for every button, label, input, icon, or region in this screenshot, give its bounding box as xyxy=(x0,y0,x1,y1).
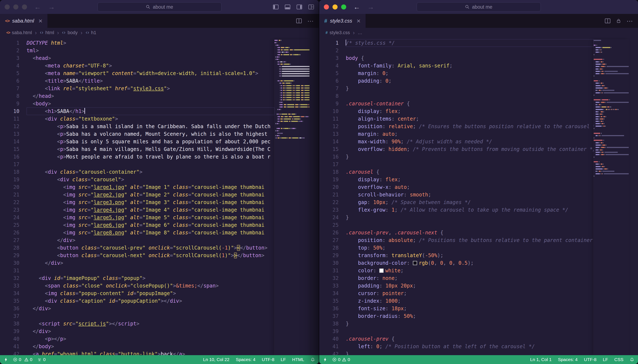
encoding[interactable]: UTF-8 xyxy=(584,357,597,362)
tab-label: style3.css xyxy=(330,18,352,24)
line-number: 19 xyxy=(0,176,27,183)
minimize-window-button[interactable] xyxy=(333,4,338,10)
encoding[interactable]: UTF-8 xyxy=(262,357,274,362)
breadcrumb-file[interactable]: # style3.css xyxy=(326,30,350,36)
close-window-button[interactable] xyxy=(5,4,10,10)
breadcrumb-symbol-h1[interactable]: h1 xyxy=(86,30,96,36)
color-swatch[interactable] xyxy=(413,261,417,265)
code-line: 27 </div> xyxy=(0,236,319,244)
tab-style3-css[interactable]: # style3.css × xyxy=(319,14,366,28)
split-editor-icon[interactable] xyxy=(605,18,610,24)
code-line: 7 <link rel="stylesheet" href="style3.cs… xyxy=(0,85,319,92)
code-line: 13 <p>Saba has a volcano named, Mount Sc… xyxy=(0,130,319,138)
line-number: 9 xyxy=(0,100,27,108)
breadcrumb-file[interactable]: <> saba.html xyxy=(6,30,32,36)
color-swatch[interactable] xyxy=(379,268,384,273)
text-cursor xyxy=(84,108,85,114)
zoom-window-button[interactable] xyxy=(341,4,346,10)
editor-style3-css[interactable]: 1/* styles.css */23body {4 font-family: … xyxy=(319,38,638,355)
breadcrumb-ellipsis[interactable]: … xyxy=(358,30,362,36)
vscode-window-style3-css: ← → about me # style3.css × ⋯ # style3.c… xyxy=(319,0,638,364)
minimap[interactable] xyxy=(594,39,629,355)
zoom-window-button[interactable] xyxy=(22,4,27,10)
split-editor-icon[interactable] xyxy=(296,18,302,24)
remote-indicator-icon[interactable] xyxy=(323,357,327,362)
notifications-bell-icon[interactable] xyxy=(310,358,315,362)
code-line: 16} xyxy=(319,153,638,160)
remote-indicator-icon[interactable] xyxy=(4,357,8,362)
line-number: 22 xyxy=(319,198,346,206)
problems-indicator[interactable]: 0 0 xyxy=(13,357,32,362)
breadcrumbs: # style3.css › … xyxy=(319,28,638,38)
code-line: 30 background-color: rgb(0, 0, 0, 0.5); xyxy=(319,259,638,267)
editor-actions: ⋯ xyxy=(605,14,633,28)
tab-label: saba.html xyxy=(12,18,34,24)
forward-icon[interactable]: → xyxy=(48,3,55,11)
line-number: 12 xyxy=(319,123,346,130)
language-mode[interactable]: HTML xyxy=(292,357,304,362)
line-number: 28 xyxy=(0,244,27,252)
breadcrumb-separator: › xyxy=(353,30,355,36)
line-number: 13 xyxy=(319,130,346,138)
editor-saba-html[interactable]: 1DOCTYPE html>2tml>3 <head>4 <meta chars… xyxy=(0,38,319,355)
line-number: 8 xyxy=(319,92,346,100)
code-line: 23 flex-grow: 1; /* Allow the carousel t… xyxy=(319,206,638,214)
language-mode[interactable]: CSS xyxy=(614,357,623,362)
code-line: 5 <meta name="viewport" content="width=d… xyxy=(0,70,319,77)
more-actions-icon[interactable]: ⋯ xyxy=(307,17,314,25)
code-line: 18 <div class="carousel-container"> xyxy=(0,168,319,176)
line-number: 26 xyxy=(0,229,27,236)
html-file-icon: <> xyxy=(5,18,10,24)
indentation[interactable]: Spaces: 4 xyxy=(558,357,577,362)
breadcrumb-symbol-html[interactable]: html xyxy=(40,30,54,36)
code-line: 42} xyxy=(319,350,638,355)
toggle-secondary-sidebar-icon[interactable] xyxy=(296,4,302,10)
code-line: 11 align-items: center; xyxy=(319,115,638,123)
vscode-window-saba-html: ← → about me <> saba.html × ⋯ <> saba.ht… xyxy=(0,0,319,364)
error-icon xyxy=(13,358,17,362)
close-window-button[interactable] xyxy=(324,4,329,10)
code-line: 14 <p>Saba is only 5 square miles and ha… xyxy=(0,138,319,146)
eol-sequence[interactable]: LF xyxy=(603,357,608,362)
breadcrumb-separator: › xyxy=(57,30,60,36)
line-number: 10 xyxy=(319,108,346,115)
code-line: 12 position: relative; /* Ensures the bu… xyxy=(319,123,638,130)
close-tab-icon[interactable]: × xyxy=(357,18,361,24)
code-line: 42 <a href="whoami.html" class="button-l… xyxy=(0,350,319,355)
minimize-window-button[interactable] xyxy=(13,4,18,10)
code-line: 2tml> xyxy=(0,47,319,54)
back-icon[interactable]: ← xyxy=(353,3,360,11)
eol-sequence[interactable]: LF xyxy=(281,357,286,362)
error-count: 0 xyxy=(338,357,341,362)
command-center-search[interactable]: about me xyxy=(417,2,541,12)
code-line: 15 <p>Saba has 4 main villages, Hells Ga… xyxy=(0,146,319,153)
more-actions-icon[interactable]: ⋯ xyxy=(626,17,633,25)
cursor-position[interactable]: Ln 10, Col 22 xyxy=(203,357,229,362)
code-line: 31 xyxy=(0,267,319,274)
problems-indicator[interactable]: 0 0 xyxy=(332,357,350,362)
indentation[interactable]: Spaces: 4 xyxy=(236,357,255,362)
ports-indicator[interactable]: 0 xyxy=(37,357,46,362)
command-center-search[interactable]: about me xyxy=(98,2,221,12)
minimap[interactable] xyxy=(274,39,309,355)
code-area[interactable]: 1/* styles.css */23body {4 font-family: … xyxy=(319,39,638,355)
code-area[interactable]: 1DOCTYPE html>2tml>3 <head>4 <meta chars… xyxy=(0,39,319,355)
customize-layout-icon[interactable] xyxy=(308,4,314,10)
lock-icon[interactable] xyxy=(616,18,621,24)
toggle-panel-icon[interactable] xyxy=(285,4,290,10)
code-line: 10 <h1>SABA</h1> xyxy=(0,108,319,115)
back-icon[interactable]: ← xyxy=(34,3,41,11)
notifications-bell-icon[interactable] xyxy=(630,358,634,362)
code-line: 29 transform: translateY(-50%); xyxy=(319,252,638,259)
forward-icon[interactable]: → xyxy=(367,3,374,11)
line-number: 6 xyxy=(319,77,346,85)
cursor-position[interactable]: Ln 1, Col 1 xyxy=(530,357,552,362)
breadcrumb-symbol-body[interactable]: body xyxy=(62,30,78,36)
toggle-sidebar-icon[interactable] xyxy=(273,4,279,10)
line-number: 3 xyxy=(319,54,346,62)
line-number: 18 xyxy=(0,168,27,176)
code-line: 9 <body> xyxy=(0,100,319,108)
tab-saba-html[interactable]: <> saba.html × xyxy=(0,14,48,28)
close-tab-icon[interactable]: × xyxy=(39,18,43,24)
line-number: 1 xyxy=(319,39,346,47)
